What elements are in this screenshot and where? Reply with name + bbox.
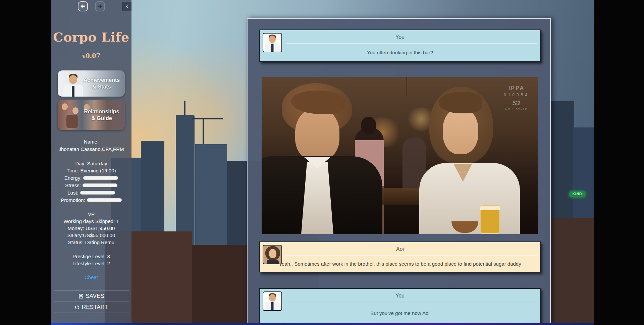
skipped-days: Working days Skipped: 1 [51, 218, 131, 224]
energy-stat: Energy: [51, 175, 131, 181]
lust-stat: Lust: [51, 190, 131, 196]
name-label: Name: [51, 139, 131, 145]
game-title: Corpo Life [51, 30, 131, 45]
rank-value: VP [51, 211, 131, 217]
message-aoi: Aoi Yeah.. Sometimes after work in the b… [259, 241, 541, 272]
woman-fringe [439, 92, 482, 113]
forward-button[interactable] [95, 1, 105, 11]
you-avatar [263, 291, 282, 311]
game-version: v0.07 [51, 52, 131, 59]
stress-bar [83, 183, 117, 187]
neon-sign: KIND [570, 192, 585, 197]
message-text: Yeah.. Sometimes after work in the broth… [260, 256, 540, 272]
saves-button[interactable]: SAVES [51, 292, 131, 301]
speaker-name: You [260, 30, 540, 40]
achievements-stats-label: Achievements & Stats [82, 70, 121, 97]
building-antenna [184, 101, 185, 116]
back-arrow-icon [80, 3, 86, 9]
message-you-2: You But you've got me now Aoi [259, 288, 541, 324]
divider [54, 290, 129, 291]
collapse-sidebar-button[interactable]: ‹ [122, 2, 131, 11]
building [547, 101, 574, 218]
chat-log[interactable]: You You often drinking in this bar? [247, 18, 551, 325]
game-window: KIND ‹ Corpo Life v0.07 Ach [51, 0, 594, 325]
woman-face [443, 108, 478, 154]
relationships-guide-button[interactable]: Relationships & Guide [58, 100, 125, 130]
forward-arrow-icon [97, 3, 103, 9]
status-value: Status: Dating Remu [51, 239, 131, 245]
crane-arm [192, 118, 223, 119]
achievements-stats-button[interactable]: Achievements & Stats [58, 70, 125, 97]
back-button[interactable] [78, 1, 88, 11]
day-value: Day: Saturday [51, 161, 131, 166]
player-name: Jhonatan Cassano,CFA,FRM [51, 146, 131, 152]
speaker-name: Aoi [260, 242, 540, 252]
lifestyle-level: Lifestyle Level: 2 [51, 261, 131, 266]
watermark-brand: IPPA [504, 85, 529, 91]
restart-button[interactable]: RESTART [51, 303, 131, 312]
patron-head [361, 117, 376, 134]
time-value: Time: Evening (19.00) [51, 168, 131, 173]
building-spire [176, 115, 195, 249]
message-you-1: You You often drinking in this bar? [259, 30, 541, 62]
promotion-stat: Promotion: [51, 197, 131, 203]
man-face [295, 108, 339, 161]
message-text: You often drinking in this bar? [260, 44, 540, 61]
necklace [459, 167, 466, 173]
watermark-studio: S1 [504, 99, 529, 107]
stress-stat: Stress: [51, 182, 131, 188]
money-value: Money: US$1,950.00 [51, 225, 131, 231]
divider [54, 313, 129, 313]
beer-glass [480, 205, 500, 234]
watermark-code: 010054 [504, 93, 529, 97]
scene-image: IPPA 010054 S1 NO.1 STYLE [262, 77, 538, 234]
video-watermark: IPPA 010054 S1 NO.1 STYLE [504, 85, 529, 111]
you-avatar [263, 33, 282, 52]
aoi-avatar [263, 245, 282, 264]
divider [54, 302, 129, 302]
cheat-link[interactable]: Cheat [51, 274, 131, 280]
brick-building [544, 218, 594, 325]
bottom-edge-strip [51, 323, 594, 325]
sidebar: ‹ Corpo Life v0.07 Achievements & Stats [51, 0, 131, 325]
lust-bar [80, 191, 115, 195]
energy-bar [83, 176, 118, 180]
floppy-disk-icon [78, 293, 84, 299]
relationships-guide-label: Relationships & Guide [82, 100, 121, 130]
message-text: But you've got me now Aoi [260, 302, 540, 324]
speaker-name: You [260, 289, 540, 299]
watermark-studio-sub: NO.1 STYLE [504, 108, 529, 111]
salary-value: Salary:US$55,000.00 [51, 232, 131, 238]
lamp-cord [407, 77, 407, 97]
promotion-bar [87, 198, 122, 202]
power-icon [74, 305, 80, 310]
prestige-level: Prestige Level: 3 [51, 254, 131, 259]
